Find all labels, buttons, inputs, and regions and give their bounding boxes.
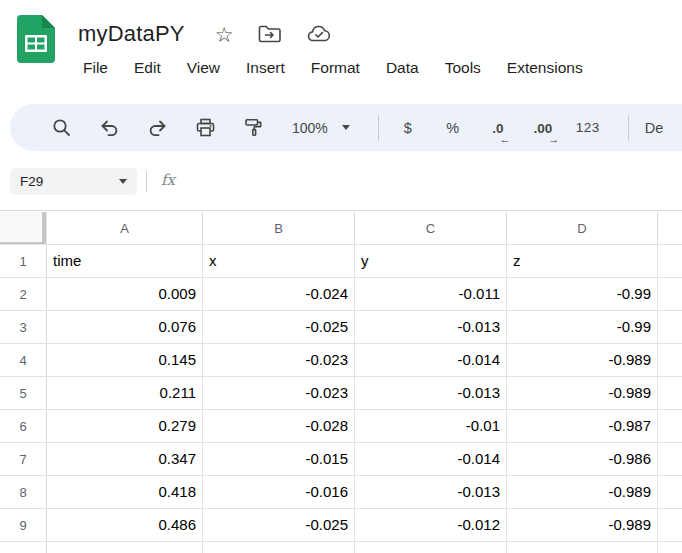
- row-header-5[interactable]: 5: [0, 377, 47, 409]
- cell-A8[interactable]: 0.418: [47, 476, 203, 508]
- cell-B10[interactable]: -0.02: [203, 542, 355, 553]
- name-box[interactable]: F29: [10, 168, 137, 195]
- cell-A2[interactable]: 0.009: [47, 278, 203, 310]
- cloud-saved-icon[interactable]: [306, 24, 333, 44]
- cell-A5[interactable]: 0.211: [47, 377, 203, 409]
- cell-B9[interactable]: -0.025: [203, 509, 355, 541]
- chevron-down-icon: [119, 179, 127, 184]
- cell-C4[interactable]: -0.014: [355, 344, 507, 376]
- col-header-B[interactable]: B: [203, 212, 355, 244]
- row-header-4[interactable]: 4: [0, 344, 47, 376]
- cell-E8[interactable]: [658, 476, 682, 508]
- table-row: 6 0.279 -0.028 -0.01 -0.987: [0, 410, 682, 443]
- cell-B1[interactable]: x: [203, 245, 355, 277]
- row-header-1[interactable]: 1: [0, 245, 47, 277]
- decrease-decimal-button[interactable]: .0 ←: [481, 109, 515, 147]
- cell-A10[interactable]: 0.552: [47, 542, 203, 553]
- cell-C3[interactable]: -0.013: [355, 311, 507, 343]
- col-header-A[interactable]: A: [47, 212, 203, 244]
- cell-E9[interactable]: [658, 509, 682, 541]
- redo-icon[interactable]: [138, 109, 176, 147]
- cell-A7[interactable]: 0.347: [47, 443, 203, 475]
- cell-C7[interactable]: -0.014: [355, 443, 507, 475]
- cell-E10[interactable]: [658, 542, 682, 553]
- cell-D10[interactable]: -0.99: [507, 542, 658, 553]
- cell-E2[interactable]: [658, 278, 682, 310]
- menu-tools[interactable]: Tools: [432, 54, 494, 82]
- document-title[interactable]: myDataPY: [78, 21, 185, 47]
- table-row: 7 0.347 -0.015 -0.014 -0.986: [0, 443, 682, 476]
- cell-A9[interactable]: 0.486: [47, 509, 203, 541]
- cell-D3[interactable]: -0.99: [507, 311, 658, 343]
- row-header-6[interactable]: 6: [0, 410, 47, 442]
- cell-A4[interactable]: 0.145: [47, 344, 203, 376]
- dollar-icon: $: [404, 120, 412, 136]
- cell-C5[interactable]: -0.013: [355, 377, 507, 409]
- row-header-2[interactable]: 2: [0, 278, 47, 310]
- search-icon[interactable]: [42, 109, 80, 147]
- column-header-row: A B C D: [0, 212, 682, 245]
- menu-edit[interactable]: Edit: [121, 54, 174, 82]
- cell-E4[interactable]: [658, 344, 682, 376]
- move-folder-icon[interactable]: [258, 24, 282, 44]
- menu-view[interactable]: View: [174, 54, 233, 82]
- cell-B4[interactable]: -0.023: [203, 344, 355, 376]
- cell-E7[interactable]: [658, 443, 682, 475]
- percent-format-button[interactable]: %: [436, 109, 470, 147]
- menu-format[interactable]: Format: [298, 54, 373, 82]
- paint-format-icon[interactable]: [234, 109, 272, 147]
- print-icon[interactable]: [186, 109, 224, 147]
- cell-D1[interactable]: z: [507, 245, 658, 277]
- col-header-D[interactable]: D: [507, 212, 658, 244]
- cell-B3[interactable]: -0.025: [203, 311, 355, 343]
- cell-D2[interactable]: -0.99: [507, 278, 658, 310]
- cell-D6[interactable]: -0.987: [507, 410, 658, 442]
- star-icon[interactable]: ☆: [215, 24, 234, 45]
- menu-insert[interactable]: Insert: [233, 54, 298, 82]
- col-header-C[interactable]: C: [355, 212, 507, 244]
- cell-C9[interactable]: -0.012: [355, 509, 507, 541]
- cell-A1[interactable]: time: [47, 245, 203, 277]
- cell-D9[interactable]: -0.989: [507, 509, 658, 541]
- menu-file[interactable]: File: [70, 54, 121, 82]
- number-format-button[interactable]: 123: [571, 109, 605, 147]
- row-header-10[interactable]: 10: [0, 542, 47, 553]
- menu-extensions[interactable]: Extensions: [494, 54, 596, 82]
- menu-data[interactable]: Data: [373, 54, 432, 82]
- sheets-logo-icon[interactable]: [17, 15, 55, 63]
- cell-C10[interactable]: -0.012: [355, 542, 507, 553]
- fx-icon[interactable]: fx: [161, 171, 175, 189]
- row-header-9[interactable]: 9: [0, 509, 47, 541]
- cell-D8[interactable]: -0.989: [507, 476, 658, 508]
- undo-icon[interactable]: [90, 109, 128, 147]
- chevron-down-icon: [342, 125, 350, 130]
- cell-E5[interactable]: [658, 377, 682, 409]
- row-header-3[interactable]: 3: [0, 311, 47, 343]
- cell-B7[interactable]: -0.015: [203, 443, 355, 475]
- cell-C6[interactable]: -0.01: [355, 410, 507, 442]
- cell-C2[interactable]: -0.011: [355, 278, 507, 310]
- cell-C1[interactable]: y: [355, 245, 507, 277]
- zoom-control[interactable]: 100%: [282, 120, 360, 136]
- currency-format-button[interactable]: $: [391, 109, 425, 147]
- cell-E6[interactable]: [658, 410, 682, 442]
- col-header-E[interactable]: [658, 212, 682, 244]
- row-header-7[interactable]: 7: [0, 443, 47, 475]
- cell-B5[interactable]: -0.023: [203, 377, 355, 409]
- select-all-corner[interactable]: [0, 212, 47, 244]
- cell-A6[interactable]: 0.279: [47, 410, 203, 442]
- cell-D5[interactable]: -0.989: [507, 377, 658, 409]
- cell-B8[interactable]: -0.016: [203, 476, 355, 508]
- cell-B6[interactable]: -0.028: [203, 410, 355, 442]
- cell-C8[interactable]: -0.013: [355, 476, 507, 508]
- font-selector[interactable]: De: [645, 120, 664, 136]
- row-header-8[interactable]: 8: [0, 476, 47, 508]
- cell-D4[interactable]: -0.989: [507, 344, 658, 376]
- table-row: 5 0.211 -0.023 -0.013 -0.989: [0, 377, 682, 410]
- cell-B2[interactable]: -0.024: [203, 278, 355, 310]
- cell-E3[interactable]: [658, 311, 682, 343]
- cell-E1[interactable]: [658, 245, 682, 277]
- cell-A3[interactable]: 0.076: [47, 311, 203, 343]
- cell-D7[interactable]: -0.986: [507, 443, 658, 475]
- increase-decimal-button[interactable]: .00 →: [526, 109, 560, 147]
